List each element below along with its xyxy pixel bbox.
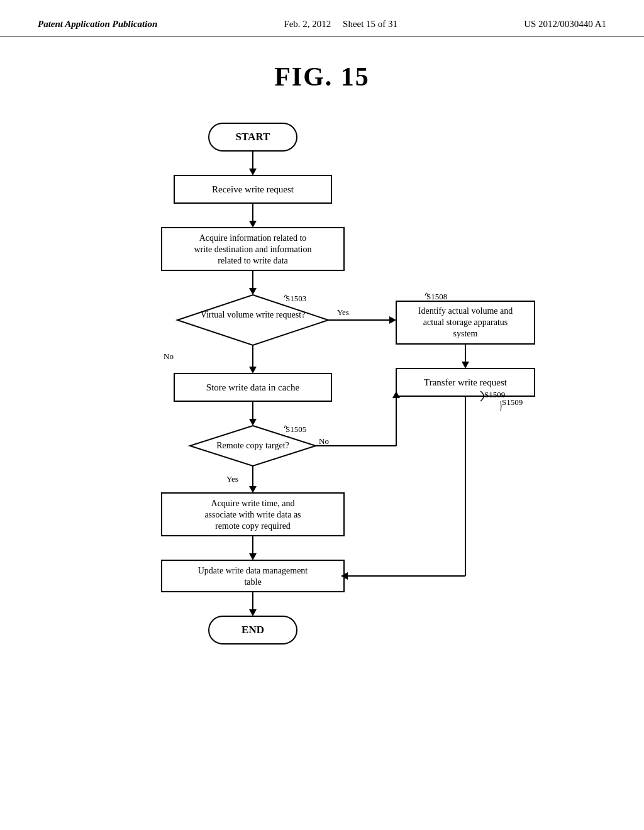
step-s1507-text-2: table bbox=[244, 577, 261, 587]
step-s1506-text-3: remote copy required bbox=[215, 521, 291, 531]
no-label-s1505: No bbox=[319, 436, 329, 446]
step-s1504-text: Store write data in cache bbox=[206, 382, 300, 392]
figure-title: FIG. 15 bbox=[0, 62, 644, 92]
svg-marker-29 bbox=[462, 362, 469, 368]
step-s1507-text-1: Update write data management bbox=[198, 566, 308, 575]
step-s1503-text-1: Virtual volume write request? bbox=[201, 310, 306, 319]
svg-marker-23 bbox=[249, 609, 257, 616]
step-s1502-text-3: related to write data bbox=[218, 256, 288, 265]
flowchart: START S1501 Receive write request S1502 … bbox=[0, 111, 644, 771]
start-label: START bbox=[236, 131, 270, 143]
yes-label-s1503: Yes bbox=[337, 307, 349, 317]
flowchart-svg: START S1501 Receive write request S1502 … bbox=[64, 111, 580, 771]
svg-rect-21 bbox=[162, 560, 344, 592]
svg-marker-11 bbox=[249, 367, 257, 374]
svg-marker-17 bbox=[249, 486, 257, 493]
step-s1508-text-1: Identify actual volume and bbox=[418, 306, 513, 316]
end-label: END bbox=[242, 624, 264, 636]
step-s1502-text-1: Acquire information related to bbox=[199, 233, 307, 243]
step-s1502-text-2: write destination and information bbox=[194, 245, 311, 254]
step-s1508-text-2: actual storage apparatus bbox=[423, 318, 508, 327]
svg-marker-20 bbox=[249, 553, 257, 560]
step-s1508-label: S1508 bbox=[426, 292, 447, 301]
step-s1505-label: S1505 bbox=[286, 424, 306, 434]
header-date: Feb. 2, 2012 bbox=[284, 19, 331, 29]
header-publication: Patent Application Publication bbox=[38, 19, 157, 30]
step-s1506-text-2: associate with write data as bbox=[204, 510, 301, 519]
page-header: Patent Application Publication Feb. 2, 2… bbox=[0, 0, 644, 36]
header-patent-number: US 2012/0030440 A1 bbox=[524, 19, 606, 30]
svg-marker-26 bbox=[389, 316, 396, 324]
step-s1503-label: S1503 bbox=[286, 294, 306, 303]
step-s1501-text: Receive write request bbox=[212, 184, 294, 194]
step-s1506-text-1: Acquire write time, and bbox=[211, 499, 295, 508]
step-s1509-label-alt: S1509 bbox=[484, 390, 505, 399]
header-date-sheet: Feb. 2, 2012 Sheet 15 of 31 bbox=[284, 19, 397, 30]
svg-marker-5 bbox=[249, 221, 257, 228]
no-label-s1503: No bbox=[164, 351, 174, 361]
svg-marker-8 bbox=[249, 288, 257, 295]
step-s1505-text: Remote copy target? bbox=[216, 441, 289, 450]
header-sheet: Sheet 15 of 31 bbox=[343, 19, 397, 29]
step-s1508-text-3: system bbox=[453, 329, 478, 338]
svg-marker-2 bbox=[249, 169, 257, 175]
yes-label-s1505: Yes bbox=[226, 474, 238, 484]
svg-marker-14 bbox=[249, 419, 257, 426]
step-s1509-text: Transfer write request bbox=[424, 377, 508, 387]
